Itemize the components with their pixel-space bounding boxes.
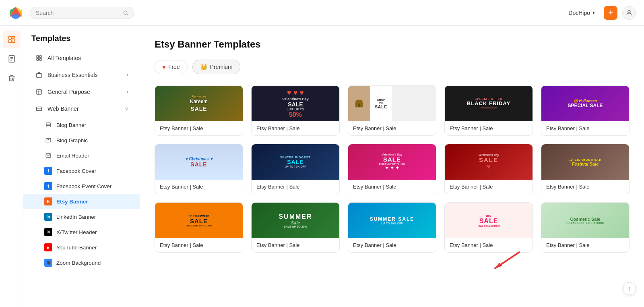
search-icon	[123, 10, 128, 16]
facebookeventcover-label: Facebook Event Cover	[56, 183, 111, 189]
linkedinbanner-label: LinkedIn Banner	[56, 214, 96, 220]
sidebar-item-zoombackground[interactable]: 🎥 Zoom Background	[23, 255, 140, 270]
template-card[interactable]: ♥ ♥ ♥ Valentine's Day SALE LIFT UP TO 50…	[251, 85, 340, 136]
sidebar-item-webbanner[interactable]: Web Banner ∨	[27, 100, 136, 117]
filter-premium-button[interactable]: 👑 Premium	[192, 60, 240, 74]
user-avatar-button[interactable]	[622, 6, 636, 20]
etsybanner-label: Etsy Banner	[56, 199, 88, 205]
template-card[interactable]: WINTER BIGGEST SALE UP TO 75% OFF Etsy B…	[251, 144, 340, 194]
sidebar-item-general-label: General Purpose	[47, 89, 90, 95]
create-new-button[interactable]: +	[604, 6, 617, 20]
svg-rect-18	[37, 89, 41, 94]
sidebar-icon-trash[interactable]	[3, 69, 21, 87]
sidebar-item-linkedinbanner[interactable]: in LinkedIn Banner	[23, 209, 140, 224]
sidebar-item-youtubebanner[interactable]: ▶ YouTube Banner	[23, 240, 140, 255]
user-icon	[625, 9, 633, 17]
twitter-icon: ✕	[44, 228, 52, 236]
scroll-to-top-button[interactable]: ↑	[623, 282, 636, 295]
template-label: Etsy Banner | Sale	[252, 121, 339, 135]
zoombackground-label: Zoom Background	[56, 260, 101, 266]
template-card[interactable]: ✦ Christmas ✦ SALE Etsy Banner | Sale	[155, 144, 243, 194]
svg-rect-28	[358, 104, 360, 107]
svg-point-4	[628, 10, 630, 13]
main-content: Etsy Banner Templates ♥ Free 👑 Premium R…	[140, 26, 644, 307]
templates-icon	[8, 35, 16, 44]
template-label: Etsy Banner | Sale	[348, 238, 436, 252]
facebook-icon: f	[44, 167, 52, 175]
sidebar-item-general[interactable]: General Purpose ›	[27, 83, 136, 100]
svg-line-3	[126, 14, 128, 15]
template-card[interactable]: Valentine's Day SALE ♥ Etsy Banner | Sal…	[444, 144, 533, 194]
template-card[interactable]: BIG SALE NEW COLLECTION Etsy Banner | Sa…	[444, 202, 533, 253]
facebookcover-label: Facebook Cover	[56, 168, 96, 174]
sidebar-item-twitterheader[interactable]: ✕ X/Twitter Header	[23, 224, 140, 240]
svg-rect-14	[39, 56, 41, 58]
template-card[interactable]: SUMMER SALE UP TO 70% OFF Etsy Banner | …	[348, 202, 436, 253]
template-card[interactable]: Cosmetic Sale GET 50% OFF EVERYTHING Ets…	[541, 202, 630, 253]
zoom-icon: 🎥	[44, 259, 52, 267]
twitterheader-label: X/Twitter Header	[56, 229, 97, 235]
template-label: Etsy Banner | Sale	[541, 238, 629, 252]
search-bar[interactable]	[30, 7, 134, 19]
blogbanner-icon	[44, 121, 52, 129]
sidebar-item-facebookeventcover[interactable]: f Facebook Event Cover	[23, 178, 140, 194]
template-label: Etsy Banner | Sale	[445, 238, 533, 252]
template-card[interactable]: Ramadan Kareem SALE Etsy Banner | Sale	[155, 85, 243, 136]
template-label: Etsy Banner | Sale	[252, 180, 339, 194]
sidebar-item-all-templates[interactable]: All Templates	[27, 50, 136, 66]
document-icon	[8, 55, 16, 63]
template-card[interactable]: 🦇 Halloween SALE DISCOUNT UP TO 70% Etsy…	[155, 202, 243, 253]
filter-free-label: Free	[168, 64, 180, 70]
svg-rect-15	[37, 58, 39, 60]
youtube-icon: ▶	[44, 243, 52, 251]
template-card[interactable]: Valentine's Day SALE DISCOUNT UP TO 46% …	[348, 144, 436, 194]
linkedin-icon: in	[44, 213, 52, 221]
nav-sidebar: Templates All Templates Business Essenti…	[23, 26, 140, 307]
svg-rect-7	[8, 40, 11, 43]
trash-icon	[8, 74, 16, 82]
blogbanner-label: Blog Banner	[56, 122, 86, 128]
icon-sidebar	[0, 26, 23, 307]
dochipo-menu-button[interactable]: DocHipo ▾	[564, 7, 599, 19]
emailheader-label: Email Header	[56, 153, 89, 159]
sidebar-item-webbanner-label: Web Banner	[47, 106, 79, 112]
template-label: Etsy Banner | Sale	[541, 180, 629, 194]
sidebar-item-blogbanner[interactable]: Blog Banner	[23, 117, 140, 133]
sidebar-item-business-label: Business Essentials	[47, 72, 98, 78]
search-input[interactable]	[36, 10, 120, 16]
crown-icon: 👑	[200, 63, 208, 71]
webbanner-icon	[35, 104, 43, 113]
template-card[interactable]: SHOP the SALE Etsy Banner | Sale	[348, 85, 436, 136]
sidebar-item-emailheader[interactable]: Email Header	[23, 148, 140, 163]
sidebar-item-bloggraphic[interactable]: Blog Graphic	[23, 133, 140, 148]
template-card[interactable]: SPECIAL OFFER BLACK FRIDAY Etsy Banner |…	[444, 85, 533, 136]
svg-rect-17	[36, 74, 41, 77]
sidebar-item-business[interactable]: Business Essentials ›	[27, 66, 136, 83]
chevron-down-icon: ∨	[125, 106, 128, 112]
template-grid: Ramadan Kareem SALE Etsy Banner | Sale ♥…	[155, 85, 630, 253]
filter-free-button[interactable]: ♥ Free	[155, 60, 188, 74]
sidebar-item-etsybanner[interactable]: E Etsy Banner	[23, 194, 140, 209]
bloggraphic-label: Blog Graphic	[56, 137, 88, 143]
all-templates-icon	[35, 54, 43, 62]
sidebar-icon-documents[interactable]	[3, 50, 21, 68]
filter-bar: ♥ Free 👑 Premium	[155, 60, 630, 74]
general-icon	[35, 87, 43, 96]
template-label: Etsy Banner | Sale	[155, 180, 243, 194]
svg-rect-21	[36, 107, 41, 110]
svg-rect-16	[39, 58, 41, 60]
bloggraphic-icon	[44, 136, 52, 144]
sidebar-item-facebookcover[interactable]: f Facebook Cover	[23, 163, 140, 178]
template-card[interactable]: 🎃 Halloween SPECIAL SALE Etsy Banner | S…	[541, 85, 630, 136]
page-title: Etsy Banner Templates	[155, 39, 630, 50]
template-card[interactable]: 🌙 EID MUBARAK Festival Sale Etsy Banner …	[541, 144, 630, 194]
template-card[interactable]: SUMMER Sale SAVE UP TO 30% Etsy Banner |…	[251, 202, 340, 253]
sidebar-icon-templates[interactable]	[3, 31, 21, 48]
chevron-icon: ›	[127, 72, 128, 78]
heart-icon: ♥	[162, 64, 166, 71]
svg-rect-13	[37, 56, 39, 58]
etsy-icon: E	[44, 197, 52, 205]
template-label: Etsy Banner | Sale	[155, 238, 243, 252]
app-logo[interactable]	[8, 5, 23, 21]
template-label: Etsy Banner | Sale	[252, 238, 339, 252]
